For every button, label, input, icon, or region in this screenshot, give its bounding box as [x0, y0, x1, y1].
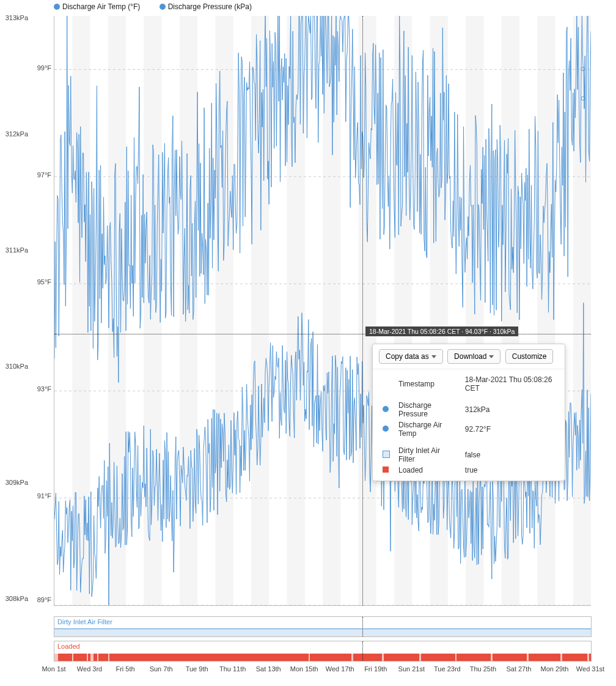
chevron-down-icon [431, 355, 436, 358]
data-popup: Copy data as Download Customize Timestam… [372, 344, 565, 481]
y-axis-f-tick: 89°F [0, 596, 51, 603]
x-axis-tick: Sat 13th [256, 665, 281, 673]
legend-dot-icon [160, 4, 166, 10]
download-button[interactable]: Download [447, 349, 501, 364]
x-axis-tick: Sun 7th [150, 665, 173, 673]
chart-plot-area[interactable]: 18-Mar-2021 Thu 05:08:26 CET · 94.03°F ·… [54, 16, 591, 606]
popup-data-table: Timestamp18-Mar-2021 Thu 05:08:26 CET Di… [379, 374, 559, 476]
y-axis-f-tick: 97°F [0, 171, 51, 179]
copy-data-button[interactable]: Copy data as [379, 349, 443, 364]
table-row: Timestamp18-Mar-2021 Thu 05:08:26 CET [379, 374, 559, 394]
x-axis-tick: Thu 25th [470, 665, 496, 673]
svg-rect-7 [323, 16, 340, 605]
state-chart-bar [54, 629, 591, 636]
x-axis-tick: Mon 15th [290, 665, 318, 673]
series-dot-icon [383, 406, 389, 412]
x-axis-tick: Mon 1st [42, 665, 65, 673]
x-axis-tick: Tue 23rd [434, 665, 461, 673]
crosshair-vertical [362, 641, 363, 661]
x-axis-tick: Fri 19th [364, 665, 387, 673]
table-row: Discharge Air Temp92.72°F [379, 419, 559, 439]
y-axis-f-tick: 99°F [0, 64, 51, 72]
dirty-swatch-icon [383, 451, 390, 458]
state-chart-loaded[interactable]: Loaded [54, 641, 592, 662]
legend-dot-icon [54, 4, 60, 10]
svg-rect-2 [144, 16, 161, 605]
table-row: Dirty Inlet Air Filterfalse [379, 445, 559, 465]
crosshair-readout: 18-Mar-2021 Thu 05:08:26 CET · 94.03°F ·… [365, 326, 518, 336]
customize-button[interactable]: Customize [505, 349, 554, 364]
x-axis-tick: Thu 11th [219, 665, 246, 673]
svg-rect-13 [537, 16, 555, 605]
series-dot-icon [383, 426, 389, 432]
crosshair-vertical [362, 16, 363, 605]
legend: Discharge Air Temp (°F) Discharge Pressu… [54, 2, 269, 11]
state-chart-title: Dirty Inlet Air Filter [57, 618, 112, 625]
state-chart-dirty[interactable]: Dirty Inlet Air Filter [54, 616, 592, 637]
loaded-swatch-icon [383, 467, 389, 473]
y-axis-f-tick: 95°F [0, 278, 51, 286]
legend-series2[interactable]: Discharge Pressure (kPa) [168, 2, 252, 11]
x-axis-tick: Sat 27th [506, 665, 531, 673]
chevron-down-icon [489, 355, 494, 358]
y-axis-kpa-tick: 309kPa [0, 479, 28, 486]
y-axis-kpa-tick: 313kPa [0, 14, 28, 21]
legend-series1[interactable]: Discharge Air Temp (°F) [62, 2, 140, 11]
y-axis-kpa-tick: 312kPa [0, 130, 28, 138]
table-row: Discharge Pressure312kPa [379, 400, 559, 419]
chart-svg [54, 16, 591, 605]
y-axis-kpa-tick: 310kPa [0, 363, 28, 370]
svg-rect-4 [215, 16, 233, 605]
x-axis-tick: Wed 31st [576, 665, 604, 673]
x-axis-tick: Mon 29th [541, 665, 569, 673]
x-axis-tick: Wed 17th [326, 665, 354, 673]
table-row: Loadedtrue [379, 465, 559, 476]
popup-toolbar: Copy data as Download Customize [373, 344, 565, 369]
crosshair-vertical [362, 617, 363, 636]
x-axis-tick: Sun 21st [398, 665, 425, 673]
x-axis-tick: Wed 3rd [77, 665, 102, 673]
x-axis-tick: Fri 5th [116, 665, 134, 673]
y-axis-kpa-tick: 311kPa [0, 246, 28, 254]
state-chart-title: Loaded [57, 643, 80, 650]
state-chart-bar [54, 654, 591, 661]
x-axis-tick: Tue 9th [186, 665, 208, 673]
svg-rect-3 [180, 16, 197, 605]
y-axis-f-tick: 93°F [0, 385, 51, 393]
y-axis-f-tick: 91°F [0, 492, 51, 500]
